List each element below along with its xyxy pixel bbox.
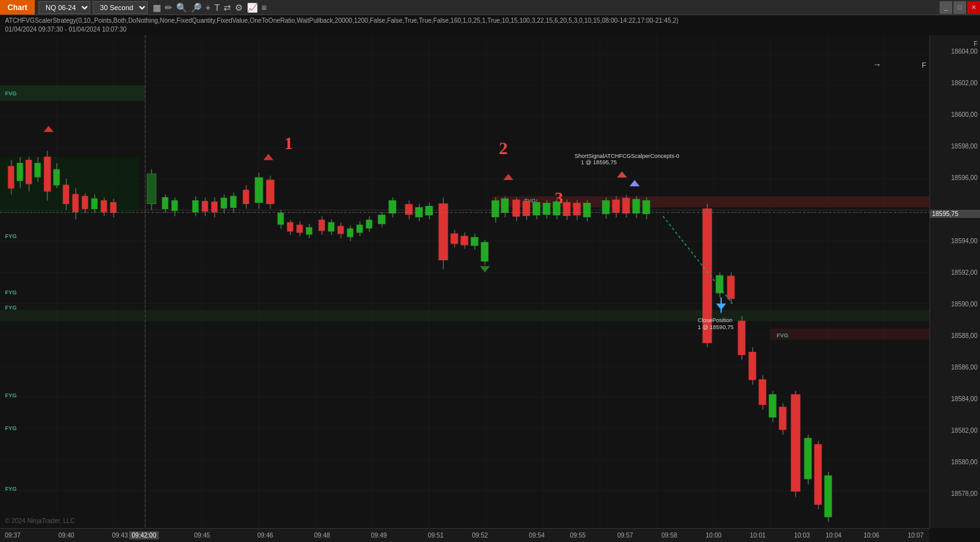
zoom-in-icon[interactable]: 🔎 bbox=[191, 3, 201, 13]
time-0955: 09:55 bbox=[570, 532, 585, 539]
svg-rect-58 bbox=[54, 169, 59, 185]
svg-rect-155 bbox=[563, 203, 570, 216]
time-0948: 09:48 bbox=[314, 532, 330, 539]
svg-text:1 @ 18590,75: 1 @ 18590,75 bbox=[698, 324, 734, 330]
svg-marker-138 bbox=[480, 266, 490, 272]
svg-rect-194 bbox=[779, 407, 786, 430]
svg-text:→: → bbox=[873, 59, 881, 69]
svg-rect-186 bbox=[738, 321, 745, 354]
svg-text:ShortSignalATCHFCGScalperConce: ShortSignalATCHFCGScalperConcepts-0 bbox=[575, 153, 679, 159]
svg-rect-85 bbox=[212, 202, 217, 212]
time-1004: 10:04 bbox=[825, 532, 841, 539]
settings-icon[interactable]: ⚙ bbox=[235, 3, 243, 13]
svg-text:FYG: FYG bbox=[5, 425, 17, 431]
svg-rect-171 bbox=[633, 200, 640, 214]
time-0945: 09:45 bbox=[194, 532, 210, 539]
time-0937: 09:37 bbox=[4, 532, 20, 539]
svg-marker-77 bbox=[44, 126, 54, 132]
svg-rect-31 bbox=[0, 85, 145, 101]
time-1006: 10:06 bbox=[863, 532, 879, 539]
time-0952: 09:52 bbox=[472, 532, 487, 539]
compare-icon[interactable]: ⇄ bbox=[224, 3, 231, 13]
svg-rect-89 bbox=[230, 196, 236, 208]
svg-rect-107 bbox=[328, 222, 334, 231]
svg-rect-165 bbox=[602, 201, 609, 214]
time-1000: 10:00 bbox=[705, 532, 721, 539]
price-18602: 18602,00 bbox=[951, 80, 977, 87]
svg-rect-105 bbox=[319, 220, 325, 231]
svg-rect-125 bbox=[426, 207, 433, 215]
minimize-button[interactable]: _ bbox=[940, 1, 952, 14]
svg-rect-115 bbox=[366, 220, 372, 228]
maximize-button[interactable]: □ bbox=[953, 1, 966, 14]
svg-rect-33 bbox=[0, 310, 929, 321]
svg-rect-99 bbox=[287, 222, 293, 231]
time-0951: 09:51 bbox=[427, 532, 443, 539]
svg-rect-83 bbox=[202, 202, 208, 212]
text-icon[interactable]: T bbox=[215, 3, 220, 13]
svg-rect-192 bbox=[769, 395, 776, 418]
svg-rect-66 bbox=[92, 199, 97, 209]
svg-rect-48 bbox=[8, 166, 14, 188]
svg-rect-97 bbox=[278, 213, 284, 224]
svg-text:FYG: FYG bbox=[5, 304, 17, 311]
timeframe-dropdown[interactable]: 30 Second bbox=[93, 1, 148, 14]
price-18596: 18596,00 bbox=[951, 174, 977, 181]
svg-rect-109 bbox=[338, 226, 344, 234]
svg-text:FYG: FYG bbox=[5, 392, 17, 399]
svg-rect-111 bbox=[347, 229, 353, 237]
svg-text:1: 1 bbox=[284, 133, 293, 153]
price-18600: 18600,00 bbox=[951, 111, 977, 118]
draw-icon[interactable]: ✏ bbox=[165, 3, 172, 13]
svg-rect-91 bbox=[243, 190, 249, 204]
svg-rect-95 bbox=[266, 180, 274, 204]
plus-icon[interactable]: + bbox=[205, 3, 210, 13]
time-1007: 10:07 bbox=[907, 532, 923, 539]
svg-rect-157 bbox=[573, 203, 580, 215]
svg-rect-117 bbox=[378, 215, 385, 224]
time-0946: 09:46 bbox=[257, 532, 273, 539]
svg-rect-74 bbox=[162, 198, 168, 209]
chart-canvas[interactable]: FVG FYG FYG FYG FYG FYG FYG FVG FVG bbox=[0, 35, 929, 528]
svg-rect-56 bbox=[44, 157, 51, 191]
svg-rect-87 bbox=[221, 198, 227, 208]
svg-marker-161 bbox=[630, 180, 640, 186]
svg-rect-113 bbox=[357, 225, 362, 232]
svg-rect-196 bbox=[791, 395, 800, 491]
svg-rect-135 bbox=[471, 238, 478, 246]
lines-icon[interactable]: ≡ bbox=[261, 3, 266, 13]
svg-text:ClosePosition: ClosePosition bbox=[698, 317, 732, 323]
svg-rect-52 bbox=[26, 160, 32, 184]
svg-text:F: F bbox=[922, 61, 926, 69]
close-button[interactable]: ✕ bbox=[967, 1, 980, 14]
svg-rect-62 bbox=[73, 195, 78, 212]
strategy-icon[interactable]: 📈 bbox=[247, 3, 258, 13]
svg-rect-101 bbox=[297, 225, 302, 232]
svg-marker-160 bbox=[617, 171, 627, 178]
time-1001: 10:01 bbox=[750, 532, 765, 539]
svg-rect-68 bbox=[101, 201, 107, 212]
price-18590: 18590,00 bbox=[951, 301, 977, 308]
svg-rect-202 bbox=[825, 476, 832, 517]
svg-rect-149 bbox=[533, 203, 540, 215]
price-18586: 18586,00 bbox=[951, 364, 977, 371]
time-axis: 09:37 09:40 09:43 09:42:00 09:45 09:46 0… bbox=[0, 528, 929, 542]
bar-chart-icon[interactable]: ▦ bbox=[153, 3, 161, 13]
svg-marker-78 bbox=[263, 154, 273, 160]
svg-rect-81 bbox=[193, 201, 198, 212]
chart-body: FVG FYG FYG FYG FYG FYG FYG FVG FVG bbox=[0, 35, 980, 542]
chart-info: ATCHFVGScalerStrategy(0,10,,Points,Both,… bbox=[0, 15, 980, 35]
toolbar: ▦ ✏ 🔍 🔎 + T ⇄ ⚙ 📈 ≡ bbox=[153, 3, 266, 13]
copyright-label: © 2024 NinjaTrader, LLC bbox=[5, 517, 75, 524]
svg-rect-119 bbox=[389, 201, 396, 214]
svg-text:FVG: FVG bbox=[777, 332, 789, 339]
svg-rect-167 bbox=[612, 200, 619, 213]
symbol-dropdown[interactable]: NQ 06-24 bbox=[39, 1, 90, 14]
zoom-out-icon[interactable]: 🔍 bbox=[176, 3, 187, 13]
svg-rect-121 bbox=[405, 205, 412, 215]
svg-rect-34 bbox=[770, 328, 929, 340]
strategy-label: ATCHFVGScalerStrategy(0,10,,Points,Both,… bbox=[5, 16, 975, 25]
svg-rect-198 bbox=[804, 438, 811, 479]
chart-tab[interactable]: Chart bbox=[0, 0, 35, 15]
svg-rect-173 bbox=[643, 201, 650, 214]
